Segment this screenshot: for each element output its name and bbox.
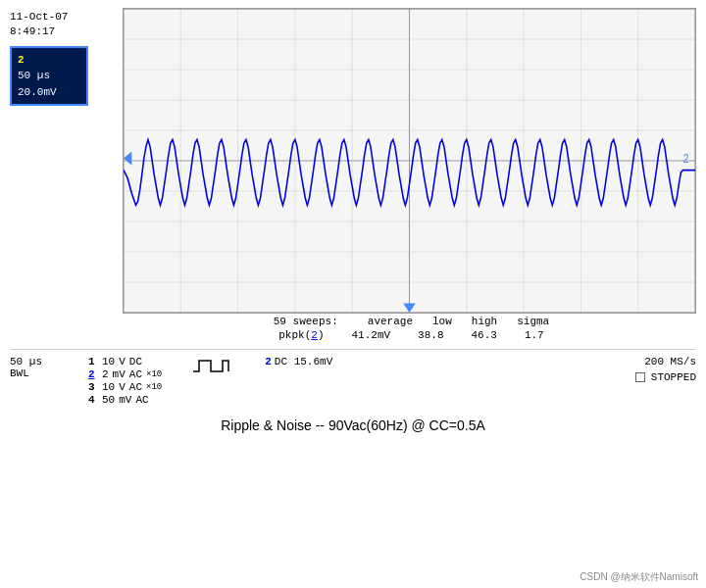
ch1-voltage: 10 [102,356,115,368]
high-label: high [472,316,497,327]
ch2-unit: mV [113,368,126,380]
ch4-coupling: AC [135,394,148,406]
channel-timebase: 50 µs [18,68,80,84]
ch2-reading-container: 2 DC 15.6mV [265,356,332,368]
ch1-unit: V [119,356,126,368]
square-wave-icon [191,356,230,375]
average-val: 41.2mV [352,329,391,341]
ch1-id: 1 [88,356,98,368]
ch3-unit: V [119,381,126,393]
ch2-voltage: 2 [102,368,109,380]
ch-row-2: 2 2 mV AC ×10 [88,368,162,380]
ch4-voltage: 50 [102,394,115,406]
pkpk-ch: 2 [311,329,318,341]
main-title: Ripple & Noise -- 90Vac(60Hz) @ CC=0.5A [10,417,696,433]
svg-text:2: 2 [683,154,689,167]
probe-info [181,356,240,375]
ch2-dc-reading: DC 15.6mV [275,356,332,368]
stopped-row: STOPPED [635,371,696,383]
time-bwl: 50 µs BWL [10,356,69,379]
channel-info-row: 50 µs BWL 1 10 V DC 2 2 mV AC ×10 [10,356,696,406]
ch4-id: 4 [88,394,98,406]
stopped-label: STOPPED [651,371,696,383]
sample-rate: 200 MS/s [644,356,696,368]
time: 8:49:17 [10,24,123,39]
left-info: 11-Oct-07 8:49:17 2 50 µs 20.0mV [10,8,123,341]
low-label: low [432,316,452,327]
waveform-svg: 2 [124,9,695,313]
bottom-section: 50 µs BWL 1 10 V DC 2 2 mV AC ×10 [10,349,696,406]
stats-container: 59 sweeps: average low high sigma [123,316,696,341]
channel-number: 2 [18,52,80,69]
channel-box: 2 50 µs 20.0mV [10,46,88,107]
low-val: 38.8 [418,329,443,341]
ch3-extra: ×10 [146,382,162,392]
oscilloscope-grid: 2 [123,8,696,314]
right-info: 200 MS/s STOPPED [635,356,696,383]
ch3-voltage: 10 [102,381,115,393]
timestamp: 11-Oct-07 8:49:17 [10,10,123,40]
ch2-coupling: AC [129,368,142,380]
channel-voltage: 20.0mV [18,84,80,101]
stopped-box-icon [635,372,645,382]
watermark: CSDN @纳米软件Namisoft [580,570,698,584]
ch-row-4: 4 50 mV AC [88,394,162,406]
date: 11-Oct-07 [10,10,123,24]
ch1-coupling: DC [129,356,142,368]
pkpk-label: pkpk(2) [278,329,324,341]
channels-list: 1 10 V DC 2 2 mV AC ×10 3 10 V AC [88,356,162,406]
scope-area: 11-Oct-07 8:49:17 2 50 µs 20.0mV LeCroy [10,8,696,341]
main-container: 11-Oct-07 8:49:17 2 50 µs 20.0mV LeCroy [0,0,706,588]
sweeps-label: 59 sweeps: [274,316,338,327]
high-val: 46.3 [472,329,497,341]
ch2-id: 2 [88,368,98,380]
ch3-coupling: AC [129,381,142,393]
scope-display: LeCroy [123,8,696,341]
ch4-unit: mV [119,394,131,406]
title-area: Ripple & Noise -- 90Vac(60Hz) @ CC=0.5A [10,417,696,433]
timebase-label: 50 µs [10,356,69,368]
ch2-reading-label: 2 [265,356,272,368]
sigma-label: sigma [517,316,549,327]
ch3-id: 3 [88,381,98,393]
average-label: average [368,316,413,327]
ch2-extra: ×10 [146,369,162,379]
bwl-label: BWL [10,368,69,379]
ch-row-1: 1 10 V DC [88,356,162,368]
ch-row-3: 3 10 V AC ×10 [88,381,162,393]
sigma-val: 1.7 [525,329,544,341]
